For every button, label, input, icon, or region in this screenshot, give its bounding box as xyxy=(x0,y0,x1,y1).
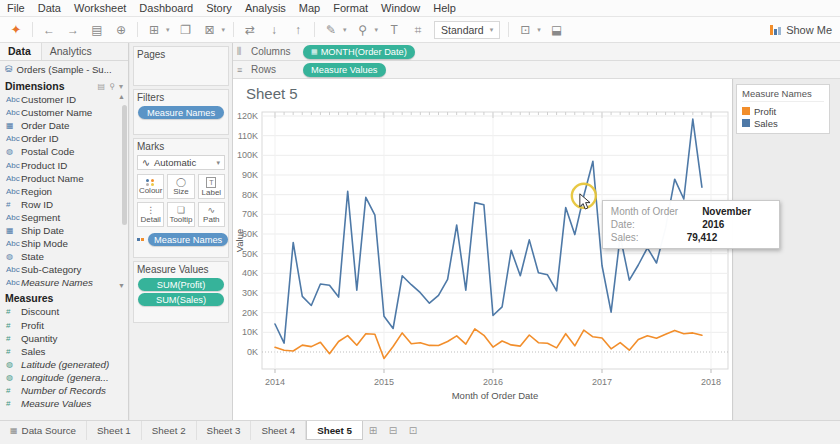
measure-profit[interactable]: #Profit xyxy=(0,319,128,332)
rows-shelf[interactable]: ≡ Rows Measure Values xyxy=(233,61,840,79)
clear-sheet-caret-icon[interactable]: ▾ xyxy=(222,26,226,34)
rows-pill[interactable]: Measure Values xyxy=(303,63,386,77)
menu-item-map[interactable]: Map xyxy=(299,2,320,14)
save-icon[interactable]: ▤ xyxy=(89,23,105,37)
dimensions-menu-caret-icon[interactable]: ▾ xyxy=(119,82,123,91)
show-hide-cards-icon[interactable]: ⊡ xyxy=(517,23,533,37)
dimension-customer-name[interactable]: AbcCustomer Name xyxy=(0,106,128,119)
new-worksheet-icon[interactable]: ⊞ xyxy=(146,23,162,37)
marks-button-path[interactable]: ∿Path xyxy=(198,202,225,227)
measure-number-of-records[interactable]: #Number of Records xyxy=(0,384,128,397)
sheet-tab-sheet-5[interactable]: Sheet 5 xyxy=(306,421,363,440)
data-source-tab[interactable]: ▦Data Source xyxy=(0,421,87,440)
field-label: State xyxy=(21,251,44,262)
fix-axes-icon[interactable]: ⌗ xyxy=(410,23,426,37)
mark-type-dropdown[interactable]: ∿ Automatic ▾ xyxy=(137,155,225,170)
sheet-tab-sheet-2[interactable]: Sheet 2 xyxy=(142,421,197,440)
dimension-ship-mode[interactable]: AbcShip Mode xyxy=(0,237,128,250)
measure-quantity[interactable]: #Quantity xyxy=(0,332,128,345)
presentation-mode-icon[interactable]: ⬓ xyxy=(549,23,565,37)
measure-discount[interactable]: #Discount xyxy=(0,305,128,318)
new-worksheet-caret-icon[interactable]: ▾ xyxy=(166,26,170,34)
measure-values-pill[interactable]: SUM(Sales) xyxy=(138,293,224,306)
marks-button-tooltip[interactable]: ❏Tooltip xyxy=(167,202,194,227)
fit-select[interactable]: Standard ▾ xyxy=(434,21,500,39)
dimension-postal-code[interactable]: ◍Postal Code xyxy=(0,145,128,158)
measure-measure-values[interactable]: #Measure Values xyxy=(0,397,128,410)
marks-measure-names-pill[interactable]: Measure Names xyxy=(148,233,228,246)
sheet-tab-sheet-3[interactable]: Sheet 3 xyxy=(197,421,252,440)
new-worksheet-tab-icon[interactable]: ⊞ xyxy=(363,421,383,440)
dimension-product-name[interactable]: AbcProduct Name xyxy=(0,172,128,185)
group-members-caret-icon[interactable]: ▾ xyxy=(375,26,379,34)
marks-button-colour[interactable]: Colour xyxy=(137,174,164,199)
show-mark-labels-icon[interactable]: T xyxy=(386,23,402,37)
dimensions-scrollbar[interactable] xyxy=(122,105,127,225)
sheet-tab-sheet-1[interactable]: Sheet 1 xyxy=(87,421,142,440)
filters-card[interactable]: Filters Measure Names xyxy=(133,89,229,135)
tab-data[interactable]: Data xyxy=(0,43,42,60)
show-hide-cards-caret-icon[interactable]: ▾ xyxy=(537,26,541,34)
menu-item-dashboard[interactable]: Dashboard xyxy=(139,2,193,14)
marks-button-label[interactable]: TLabel xyxy=(198,174,225,199)
menu-item-file[interactable]: File xyxy=(7,2,25,14)
view-as-icon[interactable]: ▤ xyxy=(98,82,106,91)
show-me-button[interactable]: Show Me xyxy=(770,24,832,36)
undo-icon[interactable]: ← xyxy=(41,23,57,37)
chart-svg[interactable]: 0K10K20K30K40K50K60K70K80K90K100K110K120… xyxy=(233,79,733,420)
filter-pill[interactable]: Measure Names xyxy=(138,106,224,119)
columns-shelf[interactable]: ⫼ Columns ▦ MONTH(Order Date) xyxy=(233,43,840,61)
menu-item-worksheet[interactable]: Worksheet xyxy=(74,2,126,14)
new-dashboard-tab-icon[interactable]: ⊟ xyxy=(383,421,403,440)
dimension-row-id[interactable]: #Row ID xyxy=(0,198,128,211)
clear-sheet-icon[interactable]: ⊠ xyxy=(202,23,218,37)
menu-item-story[interactable]: Story xyxy=(206,2,232,14)
marks-card[interactable]: Marks ∿ Automatic ▾ Colour◯SizeTLabel⋮De… xyxy=(133,138,229,258)
add-datasource-icon[interactable]: ⊕ xyxy=(113,23,129,37)
measure-sales[interactable]: #Sales xyxy=(0,345,128,358)
columns-pill[interactable]: ▦ MONTH(Order Date) xyxy=(303,45,415,59)
menu-item-analysis[interactable]: Analysis xyxy=(245,2,286,14)
pages-card[interactable]: Pages xyxy=(133,46,229,86)
tableau-logo-icon[interactable]: ✦ xyxy=(8,22,24,37)
duplicate-sheet-icon[interactable]: ❐ xyxy=(178,23,194,37)
scroll-down-icon[interactable]: ▼ xyxy=(118,282,125,289)
highlight-icon[interactable]: ✎ xyxy=(323,23,339,37)
tab-analytics[interactable]: Analytics xyxy=(42,43,102,60)
measure-values-pill[interactable]: SUM(Profit) xyxy=(138,278,224,291)
menu-item-help[interactable]: Help xyxy=(433,2,456,14)
globe-field-icon: ◍ xyxy=(6,147,21,156)
sort-ascending-icon[interactable]: ↓ xyxy=(266,23,282,37)
legend-card[interactable]: Measure Names ProfitSales xyxy=(736,84,830,134)
highlight-caret-icon[interactable]: ▾ xyxy=(343,26,347,34)
dimension-sub-category[interactable]: AbcSub-Category xyxy=(0,263,128,276)
measure-values-card[interactable]: Measure Values SUM(Profit)SUM(Sales) xyxy=(133,261,229,323)
menu-item-format[interactable]: Format xyxy=(333,2,368,14)
dimension-order-date[interactable]: ▦Order Date xyxy=(0,119,128,132)
dimension-customer-id[interactable]: AbcCustomer ID xyxy=(0,93,128,106)
marks-button-detail[interactable]: ⋮Detail xyxy=(137,202,164,227)
scroll-up-icon[interactable]: ▲ xyxy=(118,93,125,100)
legend-item-profit[interactable]: Profit xyxy=(742,105,824,117)
datasource-row[interactable]: ⛁ Orders (Sample - Su... xyxy=(0,61,128,77)
dimension-product-id[interactable]: AbcProduct ID xyxy=(0,158,128,171)
dimension-order-id[interactable]: AbcOrder ID xyxy=(0,132,128,145)
dimension-segment[interactable]: AbcSegment xyxy=(0,211,128,224)
legend-item-sales[interactable]: Sales xyxy=(742,117,824,129)
dimension-state[interactable]: ◍State xyxy=(0,250,128,263)
sheet-tab-sheet-4[interactable]: Sheet 4 xyxy=(251,421,306,440)
dimension-measure-names[interactable]: AbcMeasure Names xyxy=(0,276,128,289)
menu-item-window[interactable]: Window xyxy=(381,2,420,14)
new-story-tab-icon[interactable]: ⊡ xyxy=(403,421,423,440)
marks-button-size[interactable]: ◯Size xyxy=(167,174,194,199)
dimension-region[interactable]: AbcRegion xyxy=(0,185,128,198)
measure-latitude-generated-[interactable]: ◍Latitude (generated) xyxy=(0,358,128,371)
measure-longitude-genera-[interactable]: ◍Longitude (genera... xyxy=(0,371,128,384)
group-members-icon[interactable]: ⚲ xyxy=(355,23,371,37)
dimension-ship-date[interactable]: ▦Ship Date xyxy=(0,224,128,237)
menu-item-data[interactable]: Data xyxy=(38,2,61,14)
swap-axes-icon[interactable]: ⇄ xyxy=(242,23,258,37)
search-icon[interactable]: ⚲ xyxy=(109,82,115,91)
redo-icon[interactable]: → xyxy=(65,23,81,37)
sort-descending-icon[interactable]: ↑ xyxy=(290,23,306,37)
